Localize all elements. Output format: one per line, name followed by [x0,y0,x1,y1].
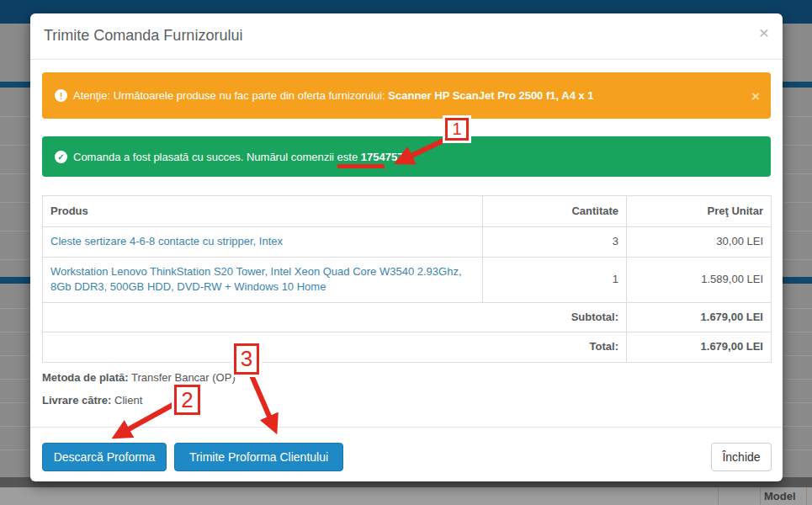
background-table-header-row [0,487,812,505]
payment-method-line: Metoda de plată: Transfer Bancar (OP) [42,371,236,384]
modal-footer: Descarcă Proforma Trimite Proforma Clien… [30,427,783,481]
modal-title: Trimite Comanda Furnizorului [44,27,242,45]
total-row: Total: 1.679,00 LEI [43,332,772,362]
unit-price-cell: 30,00 LEI [627,227,772,257]
success-alert-prefix: Comanda a fost plasată cu succes. Număru… [73,151,361,163]
check-glyph: ✓ [57,152,64,162]
subtotal-label: Subtotal: [43,302,627,332]
order-number: 1754757 [361,151,404,163]
warning-alert-text: Atenţie: Următoarele produse nu fac part… [73,89,594,102]
modal-close-icon[interactable]: × [759,24,769,41]
modal-header: Trimite Comanda Furnizorului × [30,13,783,60]
warning-alert-product-name: Scanner HP ScanJet Pro 2500 f1, A4 x 1 [388,89,593,102]
table-row: Cleste sertizare 4-6-8 contacte cu strip… [43,227,772,257]
check-circle-icon: ✓ [55,151,67,163]
total-value: 1.679,00 LEI [627,332,772,362]
download-proforma-button[interactable]: Descarcă Proforma [42,443,167,471]
warning-alert-prefix: Atenţie: Următoarele produse nu fac part… [73,89,388,102]
success-alert: ✓ Comanda a fost plasată cu succes. Numă… [42,136,771,177]
background-column-header-model: Model [764,490,810,502]
subtotal-value: 1.679,00 LEI [627,302,772,332]
column-header-produs: Produs [43,196,483,227]
exclamation-circle-icon: ! [55,89,67,102]
exclamation-glyph: ! [60,91,63,101]
background-column-divider [718,487,719,505]
unit-price-cell: 1.589,00 LEI [627,257,772,302]
quantity-cell: 3 [483,227,627,257]
warning-alert: ! Atenţie: Următoarele produse nu fac pa… [42,72,771,119]
product-cell: Cleste sertizare 4-6-8 contacte cu strip… [43,227,483,257]
table-header-row: Produs Cantitate Preţ Unitar [43,196,772,227]
payment-method-label: Metoda de plată: [42,371,129,384]
delivery-line: Livrare către: Client [42,394,142,407]
table-row: Workstation Lenovo ThinkStation S20 Towe… [43,257,772,302]
success-alert-text: Comanda a fost plasată cu succes. Număru… [73,151,403,163]
payment-method-value: Transfer Bancar (OP) [129,371,236,384]
product-link[interactable]: Workstation Lenovo ThinkStation S20 Towe… [50,265,462,293]
column-header-cantitate: Cantitate [483,196,627,227]
products-table: Produs Cantitate Preţ Unitar Cleste sert… [42,195,772,363]
delivery-label: Livrare către: [42,394,111,407]
subtotal-row: Subtotal: 1.679,00 LEI [43,302,772,332]
close-button[interactable]: Închide [711,443,772,471]
send-proforma-button[interactable]: Trimite Proforma Clientului [174,443,343,471]
product-link[interactable]: Cleste sertizare 4-6-8 contacte cu strip… [50,235,283,247]
column-header-pret-unitar: Preţ Unitar [627,196,772,227]
product-cell: Workstation Lenovo ThinkStation S20 Towe… [43,257,483,302]
modal-trimite-comanda: Trimite Comanda Furnizorului × ! Atenţie… [30,13,783,481]
background-column-divider [760,487,761,505]
warning-alert-close-icon[interactable]: × [751,88,760,103]
quantity-cell: 1 [483,257,627,302]
delivery-value: Client [111,394,142,407]
total-label: Total: [43,332,627,362]
